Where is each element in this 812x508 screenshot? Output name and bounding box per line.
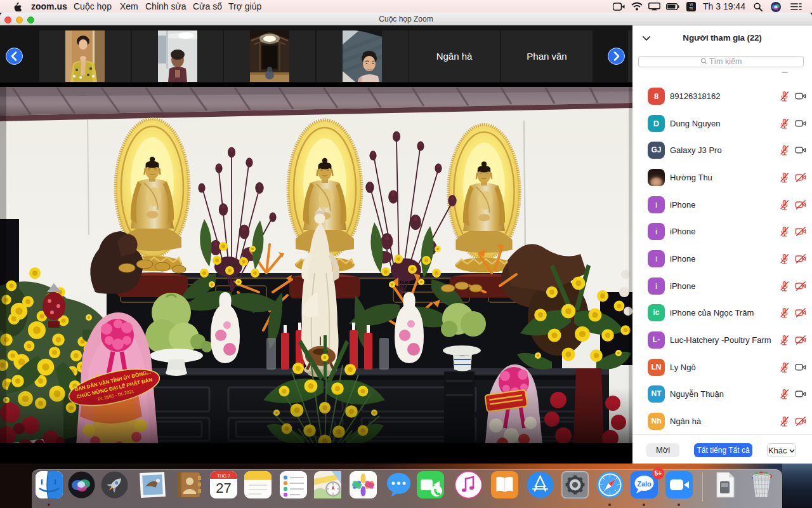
svg-text:VI: VI — [690, 3, 692, 6]
svg-text:Zalo: Zalo — [637, 480, 652, 488]
svg-text:27: 27 — [216, 480, 231, 496]
svg-text:TX: TX — [690, 7, 693, 10]
svg-text:THG 7: THG 7 — [217, 474, 230, 478]
